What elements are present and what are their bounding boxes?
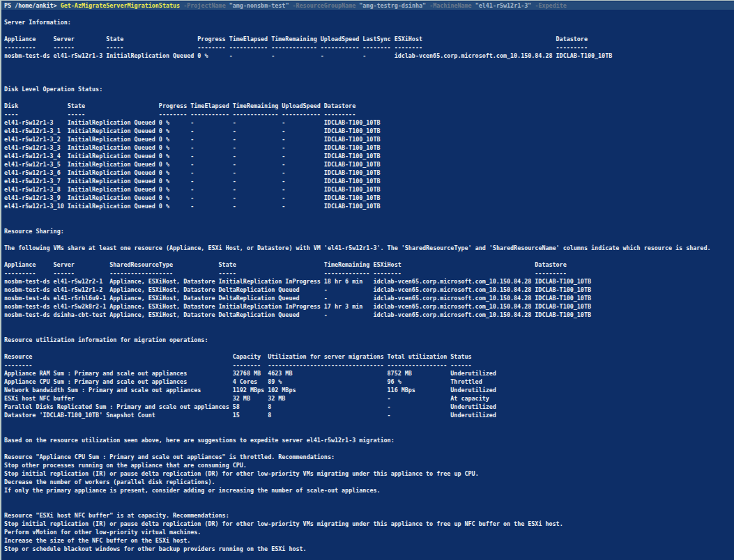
table-cell: - [282,135,324,143]
column-header: ESXiHost [395,35,556,43]
table-cell: 116 MBps [388,386,451,394]
table-cell: 8752 MB [388,369,451,378]
column-header: TimeRemaining [233,102,282,110]
blank-line [1,93,734,102]
table-cell: 0 % [159,177,190,185]
table-cell: - [282,177,324,185]
blank-line [1,503,734,511]
table-cell: - [233,160,282,169]
table-cell: idclab-vcen65.corp.microsoft.com_10.150.… [373,311,535,319]
table-cell: el41-r5w12r1-3_8 [4,185,68,194]
column-header: Progress [197,35,229,43]
table-separator-line: ----------------------------------------… [1,110,734,118]
shell-prompt: PS /home/ankit> [4,2,61,9]
table-row: ESXi host NFC buffer32 MB32 MB-At capaci… [1,394,734,403]
column-header: TimeElapsed [190,102,233,110]
table-row: el41-r5w12r1-3_2InitialReplication Queue… [1,135,734,143]
table-cell: 8 [268,403,387,411]
table-cell: el41-r5w12r1-3_7 [4,177,68,185]
table-row: el41-r5w12r1-3_10InitialReplication Queu… [1,202,734,210]
table-cell: - [282,194,324,202]
table-cell: IDCLAB-T100_10TB [324,143,384,152]
column-header: TimeRemaining [324,260,374,269]
table-cell: 15 [233,411,268,419]
table-cell: 96 % [388,378,451,386]
table-cell: - [388,411,451,419]
table-cell: 32768 MB [233,369,268,378]
column-header: Total utilization [388,352,451,361]
table-cell: - [324,294,374,302]
table-cell: At capacity [450,394,500,403]
separator-dashes: ----------- [229,43,272,52]
separator-dashes: ----- [68,110,159,118]
table-cell: - [233,127,282,135]
table-cell: InitialReplication Queued [68,185,159,194]
table-cell: el41-r5w12r1-3_1 [4,127,68,135]
table-cell: - [282,185,324,194]
table-row: el41-r5w12r1-3InitialReplication Queued0… [1,118,734,127]
output-text-line: Resource Sharing: [1,227,734,235]
table-cell: IDCLAB-T100_10TB [535,311,595,319]
table-row: nosbm-test-dsdsinha-cbt-testAppliance, E… [1,311,734,319]
table-cell: Appliance, ESXiHost, Datastore [109,277,218,286]
table-cell: InitialReplication Queued [68,202,159,210]
table-header-line: ApplianceServerSharedResourceTypeStateTi… [1,260,734,269]
table-cell: 0 % [159,118,190,127]
table-cell: 0 % [159,152,190,160]
table-cell: InitialReplication Queued [68,160,159,169]
table-cell: - [233,202,282,210]
table-cell: - [324,311,374,319]
table-cell: 1192 MBps [233,386,268,394]
separator-dashes: -------- [395,43,556,52]
column-header: State [219,260,324,269]
table-cell: Underutilized [450,369,500,378]
argument-value: "el41-r5w12r1-3" [475,2,532,9]
column-header: State [106,35,197,43]
table-row: nosbm-test-dsel41-r5w12r2-1Appliance, ES… [1,277,734,286]
table-cell: el41-r5w12r1-3_3 [4,143,68,152]
table-cell: - [362,52,394,60]
table-cell: IDCLAB-T100_10TB [324,152,384,160]
table-cell: IDCLAB-T100_10TB [324,169,384,177]
blank-line [1,210,734,219]
table-row: nosbm-test-dsel41-r5w12r1-2Appliance, ES… [1,286,734,294]
output-text-line: Disk Level Operation Status: [1,85,734,93]
table-cell: el41-r5w12r1-3_9 [4,194,68,202]
separator-dashes: ----------- [321,43,363,52]
table-cell: nosbm-test-ds [4,277,54,286]
table-cell: InitialReplication Queued [68,135,159,143]
separator-dashes: -------- [197,43,229,52]
table-cell: Throttled [450,378,500,386]
table-cell: - [233,118,282,127]
output-text-line: Stop or schedule blackout windows for ot… [1,545,734,553]
table-cell: 58 [233,403,268,411]
separator-dashes: -------- [233,361,268,369]
table-cell: IDCLAB-T100_10TB [535,302,595,311]
table-cell: IDCLAB-T100_10TB [535,294,595,302]
table-cell: InitialReplication Queued [68,118,159,127]
blank-line [1,60,734,68]
table-cell: - [233,135,282,143]
table-cell: idclab-vcen65.corp.microsoft.com_10.150.… [373,294,535,302]
table-cell: Datastore 'IDCLAB-T100_10TB' Snapshot Co… [4,411,233,419]
table-header-line: DiskStateProgressTimeElapsedTimeRemainin… [1,102,734,110]
table-cell: 0 % [159,143,190,152]
separator-dashes: ------ [54,43,107,52]
output-text-line: Stop initial replication (IR) or pause d… [1,520,734,528]
table-cell: 0 % [159,135,190,143]
output-text-line: If only the primary appliance is present… [1,486,734,495]
separator-dashes: ------------- [271,43,321,52]
output-text-line: Resource utilization information for mig… [1,336,734,344]
table-row: el41-r5w12r1-3_7InitialReplication Queue… [1,177,734,185]
cmdlet-name: Get-AzMigrateServerMigrationStatus [61,2,180,9]
table-cell: - [190,160,233,169]
table-cell: Parallel Disks Replicated Sum : Primary … [4,403,233,411]
table-row: el41-r5w12r1-3_8InitialReplication Queue… [1,185,734,194]
column-header: TimeElapsed [229,35,272,43]
terminal-output[interactable]: PS /home/ankit> Get-AzMigrateServerMigra… [1,1,734,553]
table-cell: Network bandwidth Sum : Primary and scal… [4,386,233,394]
separator-dashes: ----------- [282,110,324,118]
column-header: Appliance [4,35,54,43]
column-header: Disk [4,102,68,110]
output-text-line: Decrease the number of workers (parallel… [1,478,734,486]
